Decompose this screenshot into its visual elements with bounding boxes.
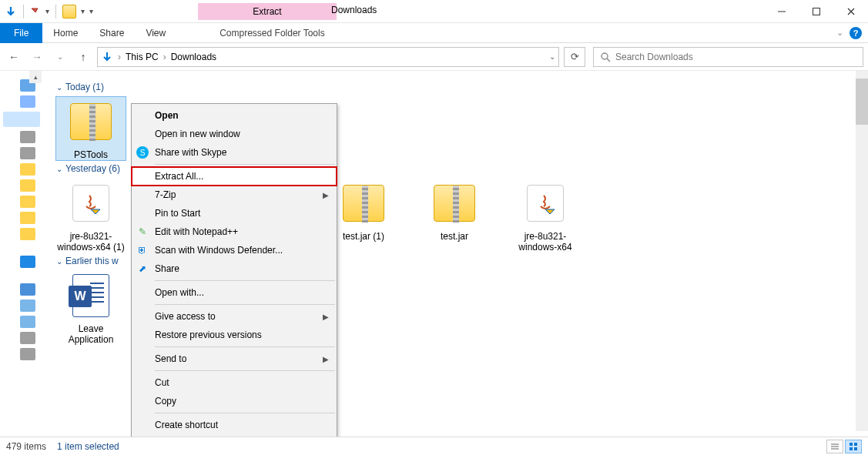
file-item-testjar1[interactable]: test.jar (1) xyxy=(329,179,398,253)
address-dropdown-icon[interactable]: ⌄ xyxy=(549,52,555,61)
navpane-item[interactable] xyxy=(20,316,35,328)
file-item-jre2[interactable]: jre-8u321-windows-x64 xyxy=(511,179,580,253)
minimize-button[interactable] xyxy=(764,0,799,23)
navpane-this-pc[interactable] xyxy=(20,283,35,296)
tab-share[interactable]: Share xyxy=(89,23,135,43)
ctx-share[interactable]: ⬈Share xyxy=(132,259,337,278)
ctx-pin-start[interactable]: Pin to Start xyxy=(132,204,337,222)
ctx-separator xyxy=(155,370,335,371)
navpane-item[interactable] xyxy=(20,131,35,143)
ctx-open-new-window[interactable]: Open in new window xyxy=(132,125,337,143)
navpane-item[interactable] xyxy=(20,212,35,224)
help-icon[interactable]: ? xyxy=(850,27,862,39)
ctx-share-skype[interactable]: SShare with Skype xyxy=(132,143,337,162)
submenu-arrow-icon: ▶ xyxy=(323,313,329,321)
navpane-onedrive[interactable] xyxy=(20,256,35,268)
breadcrumb-separator-icon[interactable]: › xyxy=(116,52,122,62)
ctx-give-access-to[interactable]: Give access to▶ xyxy=(132,307,337,326)
defender-shield-icon: ⛨ xyxy=(136,244,149,256)
ctx-cut[interactable]: Cut xyxy=(132,373,337,392)
navpane-downloads-selected[interactable] xyxy=(3,112,40,127)
navpane-item[interactable] xyxy=(20,332,35,344)
scrollbar-thumb[interactable] xyxy=(856,79,868,125)
ctx-create-shortcut[interactable]: Create shortcut xyxy=(132,416,337,434)
notepadpp-icon: ✎ xyxy=(136,226,149,238)
search-box[interactable] xyxy=(593,47,863,67)
ctx-open-with[interactable]: Open with... xyxy=(132,283,337,302)
nav-up-button[interactable]: ↑ xyxy=(74,48,92,66)
navigation-pane[interactable]: ▴ xyxy=(0,71,42,434)
breadcrumb-separator-icon[interactable]: › xyxy=(162,52,168,62)
app-down-arrow-icon xyxy=(5,5,17,18)
tab-view[interactable]: View xyxy=(135,23,176,43)
qat-divider xyxy=(23,5,24,18)
close-button[interactable] xyxy=(833,0,868,23)
navpane-item[interactable] xyxy=(20,163,35,176)
ribbon-expand-icon[interactable]: ⌄ xyxy=(836,28,843,38)
ctx-scan-defender[interactable]: ⛨Scan with Windows Defender... xyxy=(132,241,337,259)
quick-access-toolbar: ▾ ▾ ▾ xyxy=(0,5,98,18)
ctx-send-to[interactable]: Send to▶ xyxy=(132,350,337,368)
contextual-tab-extract[interactable]: Extract xyxy=(198,3,337,20)
ctx-restore-previous[interactable]: Restore previous versions xyxy=(132,326,337,344)
details-view-button[interactable] xyxy=(826,440,843,453)
navpane-item[interactable] xyxy=(20,228,35,240)
svg-point-2 xyxy=(602,53,608,59)
nav-back-button[interactable]: ← xyxy=(5,48,23,66)
navpane-item[interactable] xyxy=(20,299,35,312)
breadcrumb-folder[interactable]: Downloads xyxy=(171,52,216,62)
svg-rect-1 xyxy=(813,8,819,15)
file-label: jre-8u321-windows-x64 xyxy=(511,231,580,253)
file-label: test.jar xyxy=(441,231,468,242)
search-input[interactable] xyxy=(615,52,856,62)
svg-rect-8 xyxy=(854,443,857,446)
tab-compressed-tools[interactable]: Compressed Folder Tools xyxy=(209,23,336,43)
navpane-item[interactable] xyxy=(20,348,35,360)
ctx-separator xyxy=(155,346,335,347)
breadcrumb-root[interactable]: This PC xyxy=(126,52,159,62)
file-item-leave-application[interactable]: Leave Application xyxy=(56,271,126,345)
navpane-item[interactable] xyxy=(20,179,35,192)
qat-folder-dropdown-icon[interactable]: ▾ xyxy=(81,7,85,15)
maximize-button[interactable] xyxy=(799,0,833,23)
file-item-jre1[interactable]: jre-8u321-windows-x64 (1) xyxy=(56,179,126,253)
nav-forward-button[interactable]: → xyxy=(28,48,46,66)
ctx-extract-all[interactable]: Extract All... xyxy=(132,167,337,186)
qat-properties-icon[interactable] xyxy=(30,6,41,17)
zip-folder-icon xyxy=(434,185,475,222)
ctx-copy[interactable]: Copy xyxy=(132,392,337,410)
group-label: Yesterday (6) xyxy=(65,163,120,174)
file-item-pstools[interactable]: PSTools xyxy=(56,97,126,160)
navpane-scroll-up-icon[interactable]: ▴ xyxy=(29,71,42,83)
group-header-today[interactable]: ⌄ Today (1) xyxy=(56,82,854,92)
chevron-down-icon: ⌄ xyxy=(56,165,62,173)
ctx-open[interactable]: Open xyxy=(132,106,337,125)
ribbon: File Home Share View Compressed Folder T… xyxy=(0,23,868,43)
refresh-button[interactable]: ⟳ xyxy=(564,47,585,67)
svg-rect-7 xyxy=(850,443,853,446)
file-label: Leave Application xyxy=(56,323,126,345)
address-bar[interactable]: › This PC › Downloads ⌄ xyxy=(97,47,559,67)
group-label: Today (1) xyxy=(65,82,104,92)
svg-rect-9 xyxy=(850,447,853,450)
word-document-icon xyxy=(72,274,109,317)
qat-overflow-icon[interactable]: ▾ xyxy=(89,7,93,15)
tab-file[interactable]: File xyxy=(0,23,42,43)
ctx-7zip[interactable]: 7-Zip▶ xyxy=(132,186,337,204)
qat-dropdown-icon[interactable]: ▾ xyxy=(45,7,49,15)
svg-rect-10 xyxy=(854,447,857,450)
address-folder-icon xyxy=(101,51,113,63)
qat-folder-icon[interactable] xyxy=(62,5,76,18)
large-icons-view-button[interactable] xyxy=(845,440,862,453)
tab-home[interactable]: Home xyxy=(42,23,89,43)
ctx-edit-notepadpp[interactable]: ✎Edit with Notepad++ xyxy=(132,222,337,241)
navpane-item[interactable] xyxy=(20,95,35,108)
status-bar: 479 items 1 item selected xyxy=(0,437,868,455)
navpane-item[interactable] xyxy=(20,147,35,159)
file-item-testjar[interactable]: test.jar xyxy=(420,179,489,253)
status-item-count: 479 items xyxy=(6,441,46,452)
navpane-item[interactable] xyxy=(20,196,35,208)
nav-recent-dropdown[interactable]: ⌄ xyxy=(51,48,69,66)
vertical-scrollbar[interactable] xyxy=(856,71,868,431)
navigation-bar: ← → ⌄ ↑ › This PC › Downloads ⌄ ⟳ xyxy=(0,43,868,71)
